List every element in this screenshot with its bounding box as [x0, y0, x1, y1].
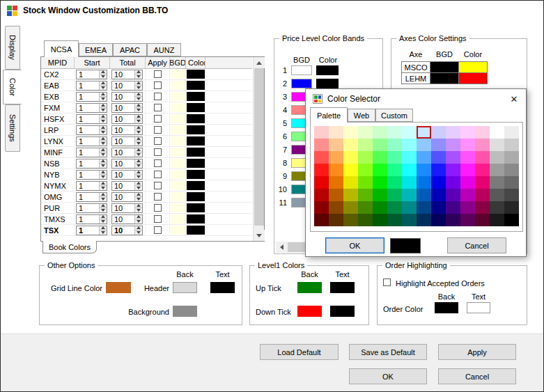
palette-cell[interactable]: [402, 201, 417, 214]
down-tick-text-swatch[interactable]: [330, 306, 355, 317]
palette-cell[interactable]: [446, 189, 460, 201]
spinner-down-icon[interactable]: [100, 163, 107, 168]
palette-cell[interactable]: [475, 139, 490, 151]
down-tick-back-swatch[interactable]: [297, 306, 322, 317]
tab-web[interactable]: Web: [348, 109, 375, 122]
palette-cell[interactable]: [431, 126, 446, 139]
palette-cell[interactable]: [490, 151, 504, 164]
palette-cell[interactable]: [431, 176, 446, 189]
palette-cell[interactable]: [343, 139, 358, 151]
bgd-swatch[interactable]: [171, 114, 185, 123]
palette-cell[interactable]: [417, 164, 431, 176]
total-spinner[interactable]: 10: [111, 103, 143, 113]
palette-cell[interactable]: [373, 189, 387, 201]
start-spinner[interactable]: 1: [76, 170, 107, 180]
palette-cell[interactable]: [387, 176, 402, 189]
bgd-swatch[interactable]: [171, 170, 185, 179]
apply-checkbox[interactable]: [154, 137, 162, 145]
palette-cell[interactable]: [475, 214, 490, 226]
side-tab-display[interactable]: Display: [5, 26, 20, 70]
palette-cell[interactable]: [343, 164, 358, 176]
color-swatch[interactable]: [187, 159, 205, 168]
palette-cell[interactable]: [460, 201, 475, 214]
palette-cell[interactable]: [460, 189, 475, 201]
highlight-accepted-orders-checkbox[interactable]: [383, 279, 391, 286]
spinner-down-icon[interactable]: [135, 174, 142, 179]
palette-cell[interactable]: [475, 151, 490, 164]
axes-bgd-swatch[interactable]: [430, 61, 459, 73]
palette-cell[interactable]: [373, 214, 387, 226]
apply-checkbox[interactable]: [154, 226, 162, 234]
total-spinner[interactable]: 10: [111, 192, 143, 202]
palette-cell[interactable]: [387, 164, 402, 176]
apply-checkbox[interactable]: [154, 193, 162, 201]
start-spinner[interactable]: 1: [76, 148, 107, 157]
palette-cell[interactable]: [329, 214, 343, 226]
spinner-down-icon[interactable]: [135, 185, 142, 190]
spinner-down-icon[interactable]: [100, 207, 107, 212]
apply-button[interactable]: Apply: [438, 344, 516, 360]
apply-checkbox[interactable]: [154, 182, 162, 189]
spinner-down-icon[interactable]: [100, 196, 107, 201]
spinner-down-icon[interactable]: [100, 152, 107, 157]
palette-cell[interactable]: [431, 201, 446, 214]
apply-checkbox[interactable]: [154, 126, 162, 134]
start-spinner[interactable]: 1: [76, 81, 107, 91]
palette-cell[interactable]: [417, 151, 431, 164]
spinner-down-icon[interactable]: [100, 130, 107, 134]
apply-checkbox[interactable]: [154, 70, 162, 78]
palette-cell[interactable]: [504, 176, 519, 189]
color-swatch[interactable]: [187, 148, 205, 157]
start-spinner[interactable]: 1: [76, 114, 107, 124]
palette-cell[interactable]: [358, 126, 373, 139]
palette-cell[interactable]: [460, 126, 475, 139]
palette-cell[interactable]: [314, 151, 329, 164]
palette-cell[interactable]: [431, 164, 446, 176]
palette-cell[interactable]: [490, 126, 504, 139]
tab-apac[interactable]: APAC: [113, 43, 147, 56]
order-color-back-swatch[interactable]: [435, 302, 458, 313]
background-swatch[interactable]: [173, 306, 197, 317]
palette-cell[interactable]: [446, 164, 460, 176]
color-swatch[interactable]: [187, 226, 205, 235]
palette-cell[interactable]: [446, 139, 460, 151]
palette-cell[interactable]: [490, 164, 504, 176]
color-swatch[interactable]: [187, 92, 205, 101]
spinner-down-icon[interactable]: [135, 107, 142, 112]
bgd-swatch[interactable]: [171, 125, 185, 134]
total-spinner[interactable]: 10: [111, 92, 143, 102]
palette-cell[interactable]: [402, 151, 417, 164]
palette-cell[interactable]: [460, 164, 475, 176]
tab-palette[interactable]: Palette: [310, 107, 348, 123]
palette-cell[interactable]: [417, 214, 431, 226]
palette-cell[interactable]: [358, 214, 373, 226]
spinner-down-icon[interactable]: [135, 207, 142, 212]
palette-cell[interactable]: [387, 139, 402, 151]
palette-cell[interactable]: [329, 176, 343, 189]
palette-cell[interactable]: [446, 176, 460, 189]
bgd-swatch[interactable]: [171, 192, 185, 201]
color-swatch[interactable]: [187, 70, 205, 79]
apply-checkbox[interactable]: [154, 81, 162, 89]
tab-emea[interactable]: EMEA: [79, 43, 113, 56]
start-spinner[interactable]: 1: [76, 214, 107, 224]
apply-checkbox[interactable]: [154, 148, 162, 156]
palette-cell[interactable]: [446, 214, 460, 226]
palette-cell[interactable]: [460, 151, 475, 164]
total-spinner[interactable]: 10: [111, 81, 143, 91]
palette-cell[interactable]: [475, 201, 490, 214]
total-spinner[interactable]: 10: [111, 181, 143, 191]
apply-checkbox[interactable]: [154, 159, 162, 167]
start-spinner[interactable]: 1: [76, 92, 107, 102]
palette-cell[interactable]: [314, 176, 329, 189]
save-as-default-button[interactable]: Save as Default: [349, 344, 427, 360]
palette-cell[interactable]: [314, 164, 329, 176]
palette-cell[interactable]: [314, 139, 329, 151]
total-spinner[interactable]: 10: [111, 159, 143, 168]
order-color-text-swatch[interactable]: [467, 302, 490, 313]
spinner-down-icon[interactable]: [135, 118, 142, 123]
bgd-swatch[interactable]: [171, 159, 185, 168]
palette-cell[interactable]: [446, 126, 460, 139]
palette-cell[interactable]: [490, 176, 504, 189]
palette-cell[interactable]: [387, 189, 402, 201]
